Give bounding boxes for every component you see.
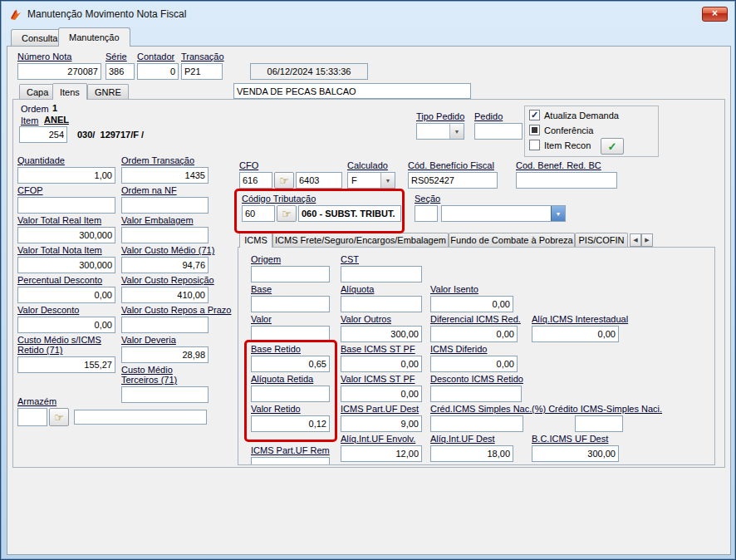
- valor-desconto-input[interactable]: [17, 317, 115, 333]
- cred-icms-simples-input[interactable]: [430, 415, 523, 432]
- checkbox-conferencia[interactable]: Conferência: [529, 125, 593, 135]
- tab-scroll-left-icon[interactable]: ◀: [630, 233, 641, 247]
- aliquota-retida-label: Alíquota Retida: [251, 374, 330, 384]
- calculado-combo[interactable]: F ▼: [347, 172, 395, 189]
- field-pct-credito-icms-simples: (%) Crédito ICMS-Simples Naci.: [532, 404, 630, 432]
- valor-custo-reposicao-input[interactable]: [121, 287, 209, 303]
- aliq-int-uf-envolv-input[interactable]: [341, 445, 422, 462]
- tab-icms-frete[interactable]: ICMS Frete/Seguro/Encargos/Embalagem: [272, 233, 449, 247]
- secao-combo[interactable]: ▼: [441, 205, 566, 222]
- contador-input[interactable]: [137, 63, 179, 80]
- datetime-field: [250, 63, 368, 80]
- valor-custo-medio-input[interactable]: [121, 257, 209, 273]
- valor-custo-repos-prazo-input[interactable]: [121, 317, 209, 333]
- armazem-descricao-input[interactable]: [74, 410, 207, 425]
- icms-aliquota-label: Alíquota: [341, 284, 422, 294]
- quantidade-input[interactable]: [17, 167, 115, 184]
- valor-isento-input[interactable]: [430, 296, 513, 312]
- cfo-label: CFO: [239, 160, 343, 170]
- cfo-input[interactable]: [239, 172, 272, 189]
- valor-embalagem-input[interactable]: [121, 227, 209, 243]
- tab-icms[interactable]: ICMS: [239, 232, 272, 248]
- calculado-value: F: [351, 175, 357, 185]
- codigo-tributacao-input[interactable]: [242, 205, 275, 222]
- icms-part-uf-dest-input[interactable]: [341, 415, 422, 432]
- icms-base-label: Base: [251, 284, 330, 294]
- base-icms-st-pf-input[interactable]: [341, 356, 422, 372]
- tab-capa[interactable]: Capa: [19, 84, 56, 99]
- icms-valor-input[interactable]: [251, 326, 330, 342]
- cfo-lookup-button[interactable]: ☞: [274, 172, 294, 189]
- checkbox-atualiza-demanda[interactable]: ✓ Atualiza Demanda: [529, 110, 619, 120]
- valor-retido-input[interactable]: [251, 415, 330, 432]
- base-retido-input[interactable]: [251, 356, 330, 372]
- tab-pis-cofins[interactable]: PIS/COFIN: [575, 233, 628, 247]
- bc-icms-uf-dest-input[interactable]: [532, 445, 619, 462]
- field-base-retido: Base Retido: [251, 344, 330, 372]
- ordem-na-nf-input[interactable]: [121, 197, 209, 214]
- field-secao: Seção ▼: [415, 194, 567, 222]
- codigo-tributacao-lookup-button[interactable]: ☞: [277, 205, 297, 222]
- tab-gnre[interactable]: GNRE: [87, 84, 129, 99]
- valor-deveria-label: Valor Deveria: [121, 335, 209, 345]
- icms-base-input[interactable]: [251, 296, 330, 312]
- origem-input[interactable]: [251, 266, 330, 282]
- custo-medio-s-icms-input[interactable]: [17, 356, 115, 373]
- aliq-int-uf-dest-input[interactable]: [430, 445, 513, 462]
- icms-diferido-input[interactable]: [430, 356, 518, 372]
- tab-fundo-combate-pobreza[interactable]: Fundo de Combate à Pobreza: [449, 233, 575, 247]
- pedido-input[interactable]: [474, 123, 523, 140]
- icms-aliquota-input[interactable]: [341, 296, 422, 312]
- valor-total-real-item-input[interactable]: [17, 227, 115, 243]
- custo-medio-terceiros-input[interactable]: [121, 386, 209, 403]
- percentual-desconto-input[interactable]: [17, 287, 115, 303]
- chevron-down-icon[interactable]: ▼: [380, 173, 395, 188]
- valor-total-nota-item-input[interactable]: [17, 257, 115, 273]
- valor-outros-input[interactable]: [341, 326, 422, 342]
- serie-input[interactable]: [105, 63, 135, 80]
- field-icms-diferido: ICMS Diferido: [430, 344, 518, 372]
- secao-input[interactable]: [415, 205, 438, 222]
- diferencial-icms-red-input[interactable]: [430, 326, 518, 342]
- field-valor-custo-reposicao: Valor Custo Reposição: [121, 275, 209, 303]
- cod-benef-red-bc-input[interactable]: [516, 172, 617, 189]
- field-icms-base: Base: [251, 284, 330, 312]
- item-recon-confirm-button[interactable]: ✓: [601, 138, 624, 155]
- tipo-pedido-combo[interactable]: ▼: [416, 123, 464, 140]
- field-valor-total-nota-item: Valor Total Nota Item: [17, 245, 115, 273]
- field-valor-total-real-item: Valor Total Real Item: [17, 215, 115, 243]
- field-cred-icms-simples: Créd.ICMS Simples Nac.: [430, 404, 523, 432]
- cod-beneficio-fiscal-input[interactable]: [408, 172, 498, 189]
- field-valor-icms-st-pf: Valor ICMS ST PF: [341, 374, 422, 402]
- transacao-input[interactable]: [181, 63, 223, 80]
- close-icon[interactable]: ×: [702, 7, 728, 22]
- aliq-icms-interestadual-input[interactable]: [532, 326, 619, 342]
- ordem-na-nf-label: Ordem na NF: [121, 185, 209, 195]
- armazem-lookup-button[interactable]: ☞: [49, 408, 69, 426]
- aliquota-retida-input[interactable]: [251, 386, 330, 402]
- item-codigo-input[interactable]: [19, 126, 67, 143]
- armazem-input[interactable]: [17, 408, 47, 426]
- atualiza-demanda-label: Atualiza Demanda: [544, 111, 619, 120]
- field-serie: Série: [105, 52, 135, 80]
- item-label[interactable]: Item: [21, 115, 38, 125]
- valor-custo-repos-prazo-label: Valor Custo Repos a Prazo: [121, 305, 209, 315]
- ordem-transacao-input[interactable]: [121, 167, 209, 184]
- transacao-label: Transação: [181, 52, 223, 61]
- cfop-input[interactable]: [17, 197, 115, 214]
- checkbox-item-recon[interactable]: Item Recon: [529, 140, 591, 150]
- chevron-down-icon[interactable]: ▼: [449, 124, 464, 139]
- numero-nota-input[interactable]: [17, 63, 101, 80]
- valor-icms-st-pf-input[interactable]: [341, 386, 422, 402]
- chevron-down-icon[interactable]: ▼: [551, 206, 565, 221]
- tab-itens[interactable]: Itens: [52, 83, 87, 100]
- cst-input[interactable]: [341, 266, 422, 282]
- bc-icms-uf-dest-label: B.C.ICMS UF Dest: [532, 434, 619, 444]
- icms-part-uf-rem-input[interactable]: [251, 457, 330, 465]
- pct-credito-icms-simples-input[interactable]: [575, 415, 623, 432]
- tab-manutencao[interactable]: Manutenção: [58, 27, 130, 47]
- tab-scroll-right-icon[interactable]: ▶: [641, 233, 653, 247]
- desconto-icms-retido-input[interactable]: [430, 386, 522, 402]
- field-icms-part-uf-dest: ICMS Part.UF Dest: [341, 404, 422, 432]
- valor-deveria-input[interactable]: [121, 346, 209, 363]
